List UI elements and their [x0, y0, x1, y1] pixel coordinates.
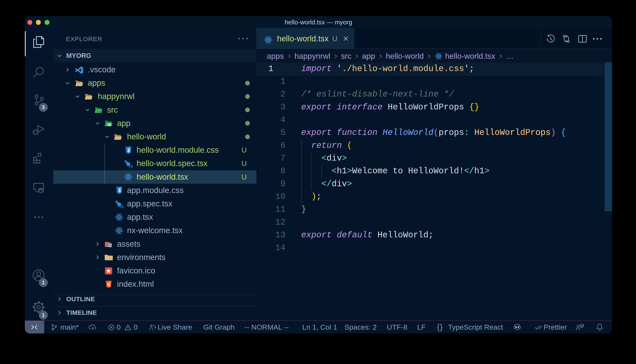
- svg-text:</>: </>: [96, 110, 102, 114]
- svg-text:3: 3: [127, 148, 130, 153]
- svg-text:5: 5: [107, 282, 110, 287]
- svg-text:3: 3: [118, 188, 120, 193]
- svg-text:TS: TS: [119, 205, 124, 208]
- svg-text:TS: TS: [128, 165, 133, 168]
